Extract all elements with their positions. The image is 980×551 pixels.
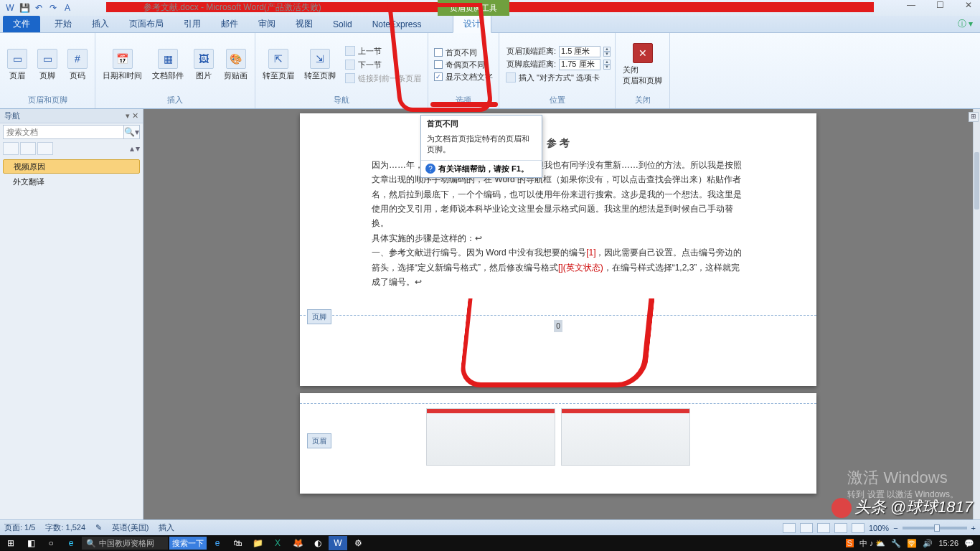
- nav-item[interactable]: 外文翻译: [3, 174, 140, 189]
- edge-icon[interactable]: e: [208, 536, 227, 550]
- picture-button[interactable]: 🖼图片: [191, 47, 217, 83]
- nav-view-switcher: ▴▾: [0, 141, 143, 156]
- zoom-in-button[interactable]: +: [971, 524, 976, 532]
- footer-icon: ▭: [37, 49, 57, 69]
- redo-icon[interactable]: ↷: [47, 2, 59, 14]
- maximize-button[interactable]: ☐: [933, 0, 947, 10]
- tab-view[interactable]: 视图: [286, 16, 323, 32]
- status-mode[interactable]: 插入: [159, 522, 174, 533]
- tab-references[interactable]: 引用: [174, 16, 211, 32]
- tab-layout[interactable]: 页面布局: [119, 16, 174, 32]
- undo-icon[interactable]: ↶: [33, 2, 44, 14]
- header-button[interactable]: ▭页眉: [4, 47, 30, 83]
- status-page[interactable]: 页面: 1/5: [4, 522, 35, 533]
- tab-home[interactable]: 开始: [44, 16, 82, 32]
- odd-even-different-checkbox[interactable]: 奇偶页不同: [433, 60, 494, 70]
- font-color-icon[interactable]: A: [62, 2, 73, 14]
- picture-icon: 🖼: [194, 49, 214, 69]
- view-draft[interactable]: [852, 523, 864, 533]
- save-icon[interactable]: 💾: [19, 2, 30, 14]
- first-page-different-checkbox[interactable]: 首页不同: [433, 47, 494, 58]
- group-position: 页眉顶端距离:1.5 厘米▲▼ 页脚底端距离:1.75 厘米▲▼ 插入 "对齐方…: [499, 33, 616, 108]
- nav-view-results[interactable]: [37, 142, 53, 155]
- footer-button[interactable]: ▭页脚: [34, 47, 60, 83]
- status-words[interactable]: 字数: 1,524: [45, 522, 85, 533]
- clipart-button[interactable]: 🎨剪贴画: [221, 47, 250, 83]
- scrollbar-thumb[interactable]: [974, 152, 979, 209]
- chrome-icon[interactable]: ◐: [308, 536, 327, 550]
- taskbar-search-button[interactable]: 搜索一下: [169, 537, 207, 550]
- header-boundary: [300, 403, 816, 404]
- ime-status[interactable]: 中 ♪ ⛅: [859, 538, 886, 549]
- page-1[interactable]: 参 考 因为……年，但是我们学校要求顺序编码，但我也有同学没有重新……到位的方法…: [300, 113, 816, 386]
- tab-file[interactable]: 文件: [3, 16, 40, 32]
- volume-icon[interactable]: 🔊: [923, 539, 933, 548]
- tab-design[interactable]: 设计: [453, 15, 491, 33]
- nav-view-headings[interactable]: [3, 142, 19, 155]
- zoom-out-button[interactable]: −: [893, 524, 897, 532]
- tab-review[interactable]: 审阅: [248, 16, 286, 32]
- datetime-button[interactable]: 📅日期和时间: [100, 47, 145, 83]
- nav-item-selected[interactable]: 视频原因: [3, 159, 140, 174]
- tab-mailings[interactable]: 邮件: [211, 16, 248, 32]
- action-center-icon[interactable]: 💬: [964, 539, 974, 548]
- vertical-scrollbar[interactable]: [973, 109, 980, 519]
- start-button[interactable]: ⊞: [1, 536, 20, 550]
- search-icon[interactable]: 🔍▾: [124, 125, 140, 139]
- explorer-icon[interactable]: 📁: [248, 536, 267, 550]
- pin-icon[interactable]: ▾ ✕: [126, 111, 138, 121]
- ie-icon[interactable]: e: [62, 536, 80, 550]
- page-2[interactable]: 页眉: [300, 393, 816, 494]
- help-icon: ?: [425, 164, 435, 174]
- help-icon[interactable]: ⓘ ▾: [958, 18, 973, 30]
- tab-solid[interactable]: Solid: [323, 17, 362, 32]
- zoom-slider[interactable]: [903, 527, 967, 529]
- page-number-field[interactable]: 0: [554, 320, 562, 332]
- show-doc-text-checkbox[interactable]: 显示文档文字: [433, 72, 494, 83]
- footer-bottom-input[interactable]: 1.75 厘米: [559, 59, 600, 70]
- goto-header-button[interactable]: ⇱转至页眉: [260, 47, 297, 83]
- status-language[interactable]: 英语(美国): [112, 522, 149, 533]
- minimize-button[interactable]: —: [904, 0, 918, 10]
- nav-search-input[interactable]: [3, 125, 124, 139]
- tray-icon[interactable]: 🔧: [891, 539, 901, 548]
- nav-prev-icon[interactable]: ▴: [130, 143, 134, 154]
- close-header-footer-button[interactable]: ✕关闭 页眉和页脚: [620, 42, 665, 88]
- ruler-toggle[interactable]: ⊞: [969, 112, 979, 122]
- avatar-icon: [831, 498, 852, 518]
- firefox-icon[interactable]: 🦊: [288, 536, 307, 550]
- next-section-button[interactable]: 下一节: [343, 59, 423, 71]
- taskview-icon[interactable]: ◧: [22, 536, 40, 550]
- spinner[interactable]: ▲▼: [603, 60, 611, 70]
- view-fullscreen[interactable]: [800, 523, 813, 533]
- view-web[interactable]: [817, 523, 830, 533]
- spinner[interactable]: ▲▼: [603, 47, 611, 57]
- link-prev-button[interactable]: 链接到前一条页眉: [343, 72, 423, 85]
- status-spellcheck-icon[interactable]: ✎: [95, 523, 102, 532]
- tab-insert[interactable]: 插入: [82, 16, 119, 32]
- pagenum-button[interactable]: #页码: [65, 47, 90, 83]
- cortana-icon[interactable]: ○: [42, 536, 60, 550]
- excel-icon[interactable]: X: [268, 536, 287, 550]
- prev-section-button[interactable]: 上一节: [343, 45, 423, 57]
- settings-icon[interactable]: ⚙: [349, 536, 367, 550]
- store-icon[interactable]: 🛍: [228, 536, 247, 550]
- view-outline[interactable]: [834, 523, 847, 533]
- document-area[interactable]: 参 考 因为……年，但是我们学校要求顺序编码，但我也有同学没有重新……到位的方法…: [143, 109, 973, 519]
- taskbar-search[interactable]: 🔍 中国教师资格网: [82, 537, 168, 550]
- goto-footer-button[interactable]: ⇲转至页脚: [301, 47, 339, 83]
- tab-noteexpress[interactable]: NoteExpress: [362, 17, 432, 32]
- close-window-button[interactable]: ✕: [961, 0, 976, 10]
- nav-next-icon[interactable]: ▾: [136, 143, 140, 154]
- network-icon[interactable]: 🛜: [907, 539, 917, 548]
- header-top-input[interactable]: 1.5 厘米: [559, 46, 600, 57]
- zoom-pct[interactable]: 100%: [869, 524, 889, 532]
- insert-align-tab-button[interactable]: 插入 "对齐方式" 选项卡: [504, 72, 611, 84]
- zoom-knob[interactable]: [934, 524, 940, 532]
- clock[interactable]: 15:26: [938, 539, 958, 547]
- nav-view-pages[interactable]: [20, 142, 36, 155]
- sogou-ime-icon[interactable]: S: [846, 539, 854, 547]
- view-print-layout[interactable]: [783, 523, 796, 533]
- docparts-button[interactable]: ▦文档部件: [149, 47, 187, 83]
- word-taskbar-icon[interactable]: W: [329, 536, 347, 550]
